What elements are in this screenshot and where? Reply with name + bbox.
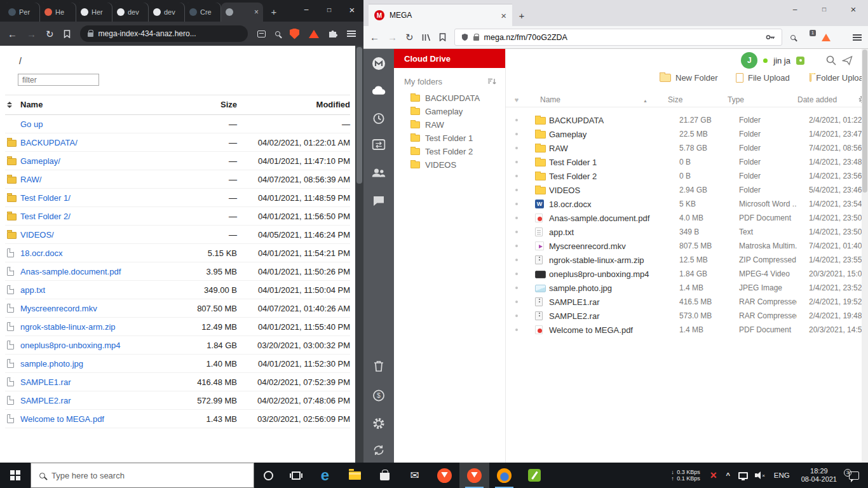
feedback-icon[interactable] [842,55,853,65]
file-link[interactable]: oneplus8pro-unboxing.mp4 [20,341,170,350]
file-name[interactable]: oneplus8pro-unboxing.mp4 [549,269,667,279]
column-name[interactable]: Name [20,100,170,109]
file-link[interactable]: Myscreenrecord.mkv [20,304,170,313]
column-date-added[interactable]: Date added [785,95,857,104]
sort-icon[interactable] [7,102,12,108]
bookmark-icon[interactable] [64,30,71,38]
cloud-drive-header[interactable]: Cloud Drive [394,49,505,68]
scrollbar-thumb[interactable] [862,50,867,193]
new-tab-button[interactable] [266,3,282,20]
file-link[interactable]: 18.ocr.docx [20,248,170,258]
display-tray-icon[interactable] [735,472,752,479]
file-name[interactable]: BACKUPDATA [549,116,667,125]
browser-tab[interactable]: Her [76,3,112,22]
taskbar-mail[interactable] [400,463,430,488]
tree-sort-icon[interactable] [488,78,496,85]
drive-row[interactable]: Welcome to MEGA.pdf 1.4 MB PDF Document … [506,323,868,337]
file-name[interactable]: SAMPLE2.rar [549,311,667,321]
maximize-button[interactable] [318,0,341,19]
row-options-icon[interactable] [515,287,518,289]
browser-tab[interactable]: He [40,3,76,22]
file-link[interactable]: RAW/ [20,175,170,184]
row-options-icon[interactable] [515,245,518,247]
adblock-extension-icon[interactable]: 1 [804,32,813,43]
tab-close-icon[interactable] [501,10,506,21]
column-modified[interactable]: Modified [237,100,350,109]
file-link[interactable]: VIDEOS/ [20,230,170,240]
extensions-icon[interactable] [329,29,337,38]
taskbar-brave-active[interactable] [459,463,489,488]
file-link[interactable]: Test Folder 2/ [20,212,170,221]
user-name[interactable]: jin ja [773,56,790,65]
file-link[interactable]: app.txt [20,285,170,295]
file-name[interactable]: VIDEOS [549,186,667,195]
new-tab-button[interactable] [512,6,531,25]
drive-row[interactable]: app.txt 349 B Text 1/4/2021, 23:50 [506,225,868,239]
folder-upload-button[interactable]: Folder Upload [810,73,868,83]
triangle-extension-icon[interactable] [822,34,831,41]
row-options-icon[interactable] [515,119,518,121]
hidden-icons-chevron[interactable] [721,471,735,479]
back-button[interactable] [8,29,17,39]
filter-input[interactable] [18,74,99,86]
taskbar-greenshot[interactable] [519,463,549,488]
row-options-icon[interactable] [515,203,518,205]
row-options-icon[interactable] [515,231,518,233]
drive-row[interactable]: Anas-sample.document.pdf 4.0 MB PDF Docu… [506,211,868,225]
tab-close-icon[interactable]: × [254,8,259,17]
browser-tab[interactable]: Cre [185,3,221,22]
row-options-icon[interactable] [515,133,518,135]
close-button[interactable] [341,0,363,19]
forward-button[interactable] [27,29,36,39]
tree-folder-item[interactable]: VIDEOS [394,158,505,172]
reader-mode-icon[interactable] [257,30,266,37]
drive-row[interactable]: Gameplay 22.5 MB Folder 1/4/2021, 23:47 [506,127,868,141]
row-options-icon[interactable] [515,175,518,177]
chat-icon[interactable] [373,196,384,206]
tree-folder-item[interactable]: RAW [394,118,505,132]
row-options-icon[interactable] [515,161,518,163]
file-link[interactable]: ngrok-stable-linux-arm.zip [20,322,170,332]
drive-row[interactable]: SAMPLE2.rar 573.0 MB RAR Compressed 2/4/… [506,309,868,323]
row-options-icon[interactable] [515,301,518,303]
file-link[interactable]: SAMPLE2.rar [20,396,170,405]
sort-ascending-icon[interactable] [643,95,648,104]
upgrade-icon[interactable]: $ [373,390,385,402]
file-name[interactable]: SAMPLE1.rar [549,297,667,307]
language-indicator[interactable]: ENG [768,471,796,479]
tracking-protection-icon[interactable] [461,33,468,41]
menu-icon[interactable] [347,30,356,37]
action-center-button[interactable]: 3 [843,471,865,480]
bookmark-icon[interactable] [439,33,446,41]
file-link[interactable]: Gameplay/ [20,156,170,166]
file-upload-button[interactable]: File Upload [736,73,790,83]
forward-button[interactable] [388,32,397,42]
row-options-icon[interactable] [515,147,518,149]
cloud-drive-icon[interactable] [372,85,386,95]
reload-button[interactable] [405,32,414,42]
column-type[interactable]: Type [715,95,785,104]
row-options-icon[interactable] [515,259,518,261]
taskbar-store[interactable] [370,463,400,488]
search-input[interactable] [51,471,229,480]
brave-shields-icon[interactable] [290,29,299,39]
start-button[interactable] [0,463,31,488]
column-size[interactable]: Size [170,100,237,109]
tree-folder-item[interactable]: Test Folder 2 [394,145,505,158]
reload-button[interactable] [46,29,54,39]
transfers-icon[interactable] [372,139,386,150]
sync-icon[interactable] [373,445,385,456]
zoom-search-icon[interactable] [790,35,796,40]
drive-row[interactable]: ngrok-stable-linux-arm.zip 12.5 MB ZIP C… [506,253,868,267]
address-bar[interactable]: mega.nz/fm/70oG2ZDA [454,29,782,46]
row-options-icon[interactable] [515,315,518,317]
file-name[interactable]: Gameplay [549,130,667,139]
tree-folder-item[interactable]: Gameplay [394,105,505,118]
file-name[interactable]: Welcome to MEGA.pdf [549,325,667,335]
browser-tab[interactable]: M MEGA [369,4,512,26]
file-name[interactable]: app.txt [549,227,667,237]
menu-icon[interactable] [853,34,862,41]
file-link[interactable]: Welcome to MEGA.pdf [20,414,170,424]
file-link[interactable]: SAMPLE1.rar [20,377,170,387]
new-folder-button[interactable]: New Folder [660,73,717,83]
